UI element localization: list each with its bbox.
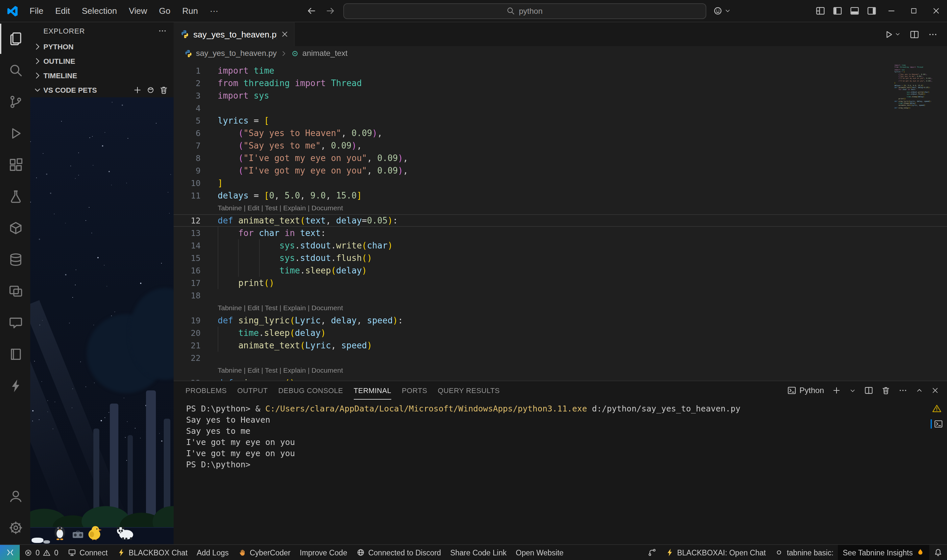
activity-extensions[interactable] <box>0 150 30 180</box>
code-line[interactable]: 13 for char in text: <box>174 227 947 239</box>
code-line[interactable]: 15 sys.stdout.flush() <box>174 252 947 264</box>
editor-tab[interactable]: say_yes_to_heaven.py <box>174 22 295 46</box>
code-line[interactable]: 22 <box>174 352 947 364</box>
terminal-shell-chip[interactable]: Python <box>787 386 824 395</box>
code-line[interactable]: 20 time.sleep(delay) <box>174 327 947 339</box>
vscode-pets-panel[interactable] <box>30 97 174 544</box>
remote-indicator[interactable] <box>0 545 20 560</box>
kill-terminal-icon[interactable] <box>881 386 890 395</box>
breadcrumb-file[interactable]: say_yes_to_heaven.py <box>196 49 277 58</box>
codelens-row[interactable]: Tabnine | Edit | Test | Explain | Docume… <box>174 302 947 314</box>
activity-packages[interactable] <box>0 213 30 243</box>
minimize-button[interactable] <box>880 0 902 22</box>
status-item-connected-to-discord[interactable]: Connected to Discord <box>352 545 445 560</box>
panel-tab-debug-console[interactable]: DEBUG CONSOLE <box>278 381 343 400</box>
code-line[interactable]: 10] <box>174 177 947 189</box>
code-line[interactable]: 5lyrics = [ <box>174 114 947 127</box>
delete-pets-icon[interactable] <box>159 85 168 95</box>
activity-notebook[interactable] <box>0 339 30 369</box>
status-item-cybercoder[interactable]: CyberCoder <box>234 545 295 560</box>
command-center-search[interactable]: python <box>343 3 706 19</box>
editor-more-icon[interactable] <box>928 29 938 39</box>
code-line[interactable]: 21 animate_text(Lyric, speed) <box>174 339 947 352</box>
status-item-improve-code[interactable]: Improve Code <box>295 545 352 560</box>
tab-close-icon[interactable] <box>281 30 289 38</box>
code-line[interactable]: 16 time.sleep(delay) <box>174 264 947 277</box>
code-line[interactable]: 17 print() <box>174 277 947 289</box>
pet-chicken[interactable] <box>87 525 103 540</box>
section-python[interactable]: PYTHON <box>30 40 174 54</box>
code-line[interactable]: 4 <box>174 102 947 114</box>
add-pet-icon[interactable] <box>133 85 142 95</box>
activity-testing[interactable] <box>0 182 30 212</box>
panel-tab-output[interactable]: OUTPUT <box>237 381 268 400</box>
section-outline[interactable]: OUTLINE <box>30 54 174 68</box>
status-item-share-code-link[interactable]: Share Code Link <box>445 545 511 560</box>
panel-tab-problems[interactable]: PROBLEMS <box>185 381 226 400</box>
minimap[interactable]: import timefrom threading import Threadi… <box>895 65 938 109</box>
activity-comments[interactable] <box>0 308 30 338</box>
warning-icon[interactable] <box>932 403 942 414</box>
run-button[interactable] <box>884 29 901 39</box>
codelens-row[interactable]: Tabnine | Edit | Test | Explain | Docume… <box>174 202 947 214</box>
status-item-tabnine-basic-[interactable]: tabnine basic: <box>770 545 838 560</box>
split-editor-icon[interactable] <box>910 29 919 39</box>
panel-tab-query-results[interactable]: QUERY RESULTS <box>438 381 500 400</box>
menu-selection[interactable]: Selection <box>76 4 123 18</box>
assistant-menu[interactable] <box>713 6 731 16</box>
code-line[interactable]: 23def sing_song(): <box>174 377 947 380</box>
status-item-bell[interactable] <box>929 545 947 560</box>
code-line[interactable]: 3import sys <box>174 89 947 102</box>
pet-penguin[interactable] <box>52 523 67 540</box>
code-line[interactable]: 12def animate_text(text, delay=0.05): <box>174 214 947 227</box>
toggle-panel-icon[interactable] <box>846 0 863 22</box>
codelens-actions[interactable]: Tabnine | Edit | Test | Explain | Docume… <box>218 302 343 314</box>
status-item-connect[interactable]: Connect <box>63 545 112 560</box>
activity-account[interactable] <box>0 481 30 511</box>
terminal-dropdown-icon[interactable] <box>849 387 856 394</box>
activity-lightning[interactable] <box>0 371 30 401</box>
toggle-secondary-sidebar-icon[interactable] <box>863 0 880 22</box>
menu-go[interactable]: Go <box>153 4 177 18</box>
codelens-actions[interactable]: Tabnine | Edit | Test | Explain | Docume… <box>218 202 343 214</box>
status-item-blackbox-chat[interactable]: BLACKBOX Chat <box>112 545 192 560</box>
code-line[interactable]: 9 ("I've got my eye on you", 0.09), <box>174 164 947 177</box>
sidebar-more-icon[interactable] <box>158 26 167 35</box>
menu-edit[interactable]: Edit <box>49 4 76 18</box>
terminal-output[interactable]: PS D:\python> & C:/Users/clara/AppData/L… <box>174 400 947 544</box>
customize-layout-icon[interactable] <box>811 0 828 22</box>
status-item-open-website[interactable]: Open Website <box>511 545 568 560</box>
split-terminal-icon[interactable] <box>864 386 873 395</box>
back-arrow-icon[interactable] <box>305 5 317 17</box>
code-line[interactable]: 18 <box>174 289 947 302</box>
panel-more-icon[interactable] <box>898 386 907 395</box>
maximize-panel-icon[interactable] <box>915 386 923 394</box>
codelens-row[interactable]: Tabnine | Edit | Test | Explain | Docume… <box>174 364 947 377</box>
code-line[interactable]: 7 ("Say yes to me", 0.09), <box>174 139 947 152</box>
code-line[interactable]: 6 ("Say yes to Heaven", 0.09), <box>174 127 947 139</box>
section-timeline[interactable]: TIMELINE <box>30 68 174 83</box>
section-vs-code-pets[interactable]: VS CODE PETS <box>30 83 174 97</box>
code-line[interactable]: 19def sing_lyric(Lyric, delay, speed): <box>174 314 947 327</box>
menu-file[interactable]: File <box>24 4 49 18</box>
panel-tab-ports[interactable]: PORTS <box>402 381 427 400</box>
activity-settings[interactable] <box>0 513 30 543</box>
status-item-graph[interactable] <box>643 545 661 560</box>
problems-status[interactable]: 0 0 <box>20 545 63 560</box>
forward-arrow-icon[interactable] <box>324 5 336 17</box>
breadcrumb-symbol[interactable]: animate_text <box>302 49 348 58</box>
chevron-down-icon[interactable] <box>895 31 901 37</box>
code-line[interactable]: 2from threading import Thread <box>174 77 947 89</box>
menu-overflow[interactable]: ··· <box>204 4 224 18</box>
activity-remote[interactable] <box>0 276 30 306</box>
menu-view[interactable]: View <box>123 4 153 18</box>
panel-tab-terminal[interactable]: TERMINAL <box>354 381 391 400</box>
pet-panda[interactable] <box>116 525 135 540</box>
menu-run[interactable]: Run <box>176 4 204 18</box>
status-item-add-logs[interactable]: Add Logs <box>192 545 233 560</box>
code-line[interactable]: 11delays = [0, 5.0, 9.0, 15.0] <box>174 189 947 202</box>
code-line[interactable]: 14 sys.stdout.write(char) <box>174 239 947 252</box>
code-editor[interactable]: 1import time2from threading import Threa… <box>174 60 947 380</box>
code-line[interactable]: 1import time <box>174 65 947 77</box>
code-line[interactable]: 8 ("I've got my eye on you", 0.09), <box>174 152 947 164</box>
